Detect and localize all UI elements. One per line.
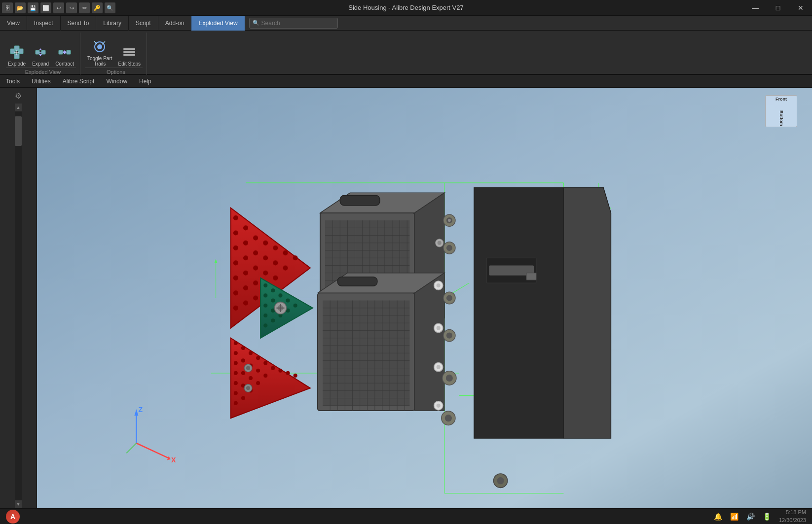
panel-settings-icon[interactable]: ⚙ [12, 90, 24, 102]
redo-icon[interactable]: ↪ [66, 2, 77, 13]
menu-alibre-script[interactable]: Alibre Script [57, 75, 101, 88]
svg-point-189 [437, 326, 441, 330]
contract-icon [57, 44, 73, 60]
scroll-up-button[interactable]: ▲ [15, 104, 22, 111]
expand-button[interactable]: Expand [30, 33, 51, 68]
svg-point-53 [243, 301, 248, 306]
battery-icon[interactable]: 🔋 [763, 513, 771, 521]
view-cube-box[interactable]: Front Bottom [765, 95, 797, 127]
svg-point-99 [263, 314, 267, 317]
new-icon[interactable]: 🗄 [2, 2, 13, 13]
tab-view[interactable]: View [0, 16, 27, 31]
view-cube-bottom-label: Bottom [779, 110, 784, 126]
wifi-icon[interactable]: 📶 [730, 513, 738, 521]
ribbon-group-label-exploded-view: Exploded View [6, 68, 76, 75]
svg-point-82 [249, 351, 253, 355]
status-right: 🔔 📶 🔊 🔋 5:18 PM 12/30/2023 [714, 509, 806, 524]
svg-point-73 [234, 371, 238, 375]
svg-point-79 [241, 371, 245, 375]
save-icon[interactable]: 💾 [28, 2, 38, 13]
title-bar: 🗄 📂 💾 ⬜ ↩ ↪ ✏ 🔑 🔍 Side Housing - Alibre … [0, 0, 812, 16]
svg-point-88 [256, 381, 260, 385]
menu-utilities[interactable]: Utilities [26, 75, 57, 88]
tab-add-on[interactable]: Add-on [158, 16, 192, 31]
tab-exploded-view[interactable]: Exploded View [191, 16, 245, 31]
svg-point-78 [241, 358, 245, 362]
ribbon-buttons-options: Toggle PartTrails Edit Steps [85, 33, 143, 68]
svg-rect-21 [123, 54, 135, 56]
svg-point-16 [97, 44, 102, 49]
undo-icon[interactable]: ↩ [53, 2, 64, 13]
maximize-button[interactable]: □ [767, 0, 789, 16]
svg-point-104 [271, 318, 275, 322]
minimize-button[interactable]: — [744, 0, 767, 16]
tab-inspect[interactable]: Inspect [27, 16, 61, 31]
svg-point-74 [234, 381, 238, 385]
contract-button[interactable]: Contract [53, 33, 76, 68]
svg-point-47 [233, 306, 238, 311]
viewport[interactable]: X Z Front Bottom [37, 88, 812, 508]
svg-marker-149 [414, 273, 444, 411]
date-display: 12/30/2023 [779, 517, 806, 524]
svg-point-84 [249, 376, 253, 380]
edit-icon[interactable]: ✏ [79, 2, 90, 13]
svg-point-193 [437, 365, 441, 369]
svg-point-65 [273, 276, 278, 280]
svg-point-44 [233, 260, 238, 265]
ribbon-buttons-exploded-view: Explode Expand [6, 33, 76, 68]
svg-point-179 [448, 219, 451, 222]
print-icon[interactable]: ⬜ [40, 2, 51, 13]
ribbon-tabs[interactable]: View Inspect Send To Library Script Add-… [0, 16, 812, 31]
svg-point-58 [253, 295, 258, 300]
scroll-down-button[interactable]: ▼ [15, 500, 22, 508]
svg-point-118 [246, 386, 250, 390]
time-display: 5:18 PM [779, 509, 806, 516]
sound-icon[interactable]: 🔊 [746, 513, 755, 521]
scroll-thumb[interactable] [15, 116, 22, 146]
svg-point-102 [271, 299, 275, 303]
svg-point-89 [263, 361, 267, 365]
svg-marker-14 [65, 50, 67, 54]
svg-point-70 [234, 341, 238, 345]
ribbon-group-exploded-view: Explode Expand [2, 33, 80, 75]
menu-tools[interactable]: Tools [0, 75, 26, 88]
svg-point-72 [234, 361, 238, 365]
svg-point-93 [286, 371, 290, 375]
svg-point-87 [256, 369, 260, 373]
search-icon[interactable]: 🔍 [105, 2, 115, 13]
search-input[interactable] [261, 20, 335, 27]
notification-icon[interactable]: 🔔 [714, 513, 722, 521]
svg-marker-203 [474, 188, 563, 438]
ribbon-group-options: Toggle PartTrails Edit Steps Options [81, 33, 147, 75]
menu-help[interactable]: Help [133, 75, 157, 88]
explode-icon [9, 44, 25, 60]
search-box[interactable]: 🔍 [249, 18, 338, 29]
scroll-track[interactable] [15, 111, 22, 500]
open-icon[interactable]: 📂 [15, 2, 26, 13]
toolbar-icons[interactable]: 🗄 📂 💾 ⬜ ↩ ↪ ✏ 🔑 🔍 [0, 0, 115, 16]
svg-point-42 [233, 230, 238, 235]
tab-library[interactable]: Library [96, 16, 129, 31]
svg-point-54 [253, 236, 258, 241]
svg-point-201 [497, 477, 504, 484]
key-icon[interactable]: 🔑 [92, 2, 103, 13]
3d-scene: X Z [37, 88, 812, 508]
datetime: 5:18 PM 12/30/2023 [779, 509, 806, 524]
tab-send-to[interactable]: Send To [61, 16, 97, 31]
view-cube[interactable]: Front Bottom [765, 95, 802, 135]
view-cube-front-label: Front [775, 97, 787, 102]
explode-button[interactable]: Explode [6, 33, 28, 68]
edit-steps-button[interactable]: Edit Steps [116, 33, 143, 68]
svg-point-183 [438, 241, 442, 245]
left-scrollbar[interactable]: ▲ ▼ [15, 104, 22, 508]
window-controls[interactable]: — □ ✕ [744, 0, 812, 16]
menu-window[interactable]: Window [100, 75, 133, 88]
svg-marker-13 [63, 50, 65, 54]
tab-script[interactable]: Script [129, 16, 158, 31]
toggle-part-trails-button[interactable]: Toggle PartTrails [85, 33, 114, 68]
svg-rect-122 [340, 195, 380, 205]
explode-label: Explode [8, 61, 26, 67]
close-button[interactable]: ✕ [789, 0, 812, 16]
svg-point-81 [241, 396, 245, 400]
svg-rect-12 [67, 50, 71, 54]
